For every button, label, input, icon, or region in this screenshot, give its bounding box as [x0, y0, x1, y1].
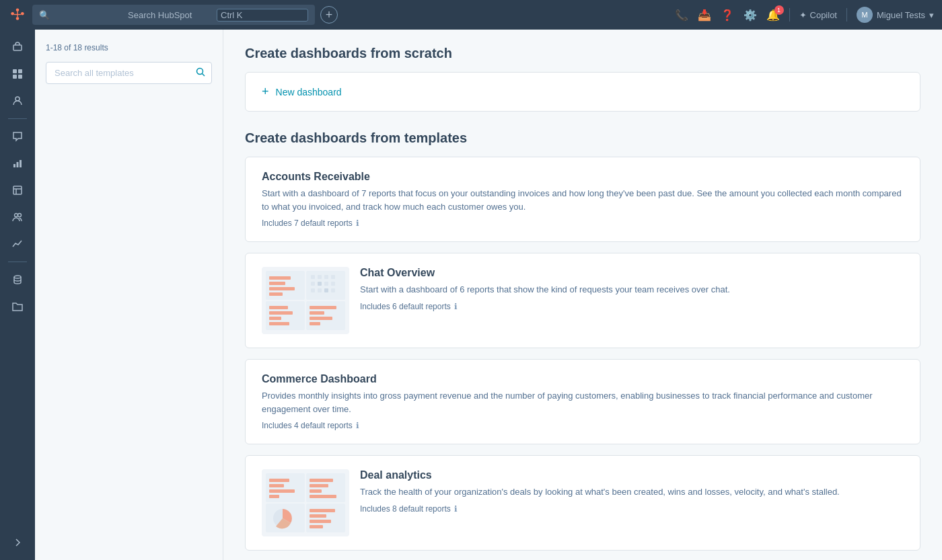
copilot-label: Copilot	[810, 10, 837, 20]
svg-point-17	[18, 214, 22, 217]
card-body: Chat Overview Start with a dashboard of …	[360, 267, 904, 311]
svg-rect-30	[318, 282, 322, 286]
thumb-cell-2	[306, 271, 345, 300]
template-card-accounts-receivable[interactable]: Accounts Receivable Start with a dashboa…	[245, 157, 920, 242]
phone-icon[interactable]: 📞	[675, 9, 688, 22]
card-title: Accounts Receivable	[262, 171, 904, 183]
svg-rect-52	[310, 495, 336, 498]
thumb-cell-1	[266, 271, 305, 300]
info-icon[interactable]: ℹ	[454, 302, 458, 311]
help-icon[interactable]: ❓	[721, 9, 734, 22]
info-icon[interactable]: ℹ	[356, 421, 359, 430]
hubspot-logo[interactable]	[8, 5, 27, 24]
sidebar-item-notifications[interactable]	[5, 35, 30, 59]
main-layout: 1-18 of 18 results Create dashboards fro…	[0, 30, 942, 560]
thumb-cell-3	[266, 301, 305, 330]
card-desc: Start with a dashboard of 7 reports that…	[262, 187, 904, 213]
svg-rect-25	[311, 275, 315, 279]
svg-rect-56	[310, 520, 331, 523]
sidebar-bottom	[5, 530, 30, 555]
svg-rect-39	[269, 317, 281, 320]
top-navigation: 🔍 Search HubSpot Ctrl K + 📞 📥 ❓ ⚙️ 🔔 1 ✦…	[0, 0, 942, 30]
svg-rect-10	[18, 75, 22, 79]
svg-rect-31	[324, 282, 328, 286]
search-icon: 🔍	[39, 10, 122, 20]
svg-rect-15	[13, 186, 22, 194]
svg-rect-44	[310, 322, 320, 325]
thumb-cell-4	[306, 504, 345, 532]
svg-point-2	[11, 12, 14, 15]
sidebar-divider-2	[8, 262, 27, 262]
svg-rect-21	[269, 276, 291, 280]
user-menu[interactable]: M Miguel Tests ▾	[857, 7, 934, 23]
settings-icon[interactable]: ⚙️	[744, 9, 757, 22]
sidebar-item-library[interactable]	[5, 178, 30, 202]
thumb-cell-4	[306, 301, 345, 330]
info-icon[interactable]: ℹ	[454, 504, 458, 514]
svg-point-18	[14, 276, 21, 278]
svg-rect-47	[269, 489, 295, 493]
svg-rect-14	[20, 160, 22, 167]
new-dashboard-card[interactable]: + New dashboard	[245, 72, 920, 112]
add-tab-button[interactable]: +	[320, 6, 338, 24]
svg-rect-41	[310, 306, 336, 309]
sidebar-item-people[interactable]	[5, 205, 30, 229]
svg-point-16	[15, 214, 18, 217]
sidebar-item-analytics[interactable]	[5, 232, 30, 256]
copilot-button[interactable]: ✦ Copilot	[799, 10, 837, 20]
template-card-deal-analytics[interactable]: Deal analytics Track the health of your …	[245, 455, 920, 551]
sidebar-item-database[interactable]	[5, 268, 30, 292]
svg-rect-26	[318, 275, 322, 279]
svg-rect-8	[18, 69, 22, 73]
svg-rect-29	[311, 282, 315, 286]
svg-point-3	[16, 17, 20, 20]
template-card-chat-overview[interactable]: Chat Overview Start with a dashboard of …	[245, 253, 920, 348]
svg-rect-49	[310, 479, 333, 482]
template-search-input[interactable]	[46, 62, 212, 84]
svg-rect-6	[13, 45, 22, 50]
card-desc: Track the health of your organization's …	[360, 485, 904, 499]
inbox-icon[interactable]: 📥	[698, 9, 711, 22]
svg-rect-35	[324, 288, 328, 292]
nav-divider-2	[846, 8, 847, 22]
avatar: M	[857, 7, 873, 23]
template-search-wrap	[46, 62, 212, 84]
notifications-icon[interactable]: 🔔 1	[766, 9, 780, 22]
card-title: Commerce Dashboard	[262, 373, 904, 385]
svg-rect-40	[269, 322, 289, 325]
sidebar-item-reports[interactable]	[5, 151, 30, 175]
user-name: Miguel Tests	[877, 10, 925, 20]
sidebar-divider-1	[8, 118, 27, 119]
global-search-bar[interactable]: 🔍 Search HubSpot Ctrl K	[32, 5, 315, 25]
svg-rect-37	[269, 306, 288, 309]
svg-rect-9	[13, 75, 17, 79]
svg-rect-48	[269, 495, 279, 498]
info-icon[interactable]: ℹ	[356, 218, 359, 228]
svg-rect-46	[269, 484, 284, 487]
card-meta: Includes 7 default reports ℹ	[262, 218, 904, 228]
card-meta: Includes 6 default reports ℹ	[360, 302, 904, 311]
sidebar-item-contacts[interactable]	[5, 89, 30, 113]
content-wrapper: 1-18 of 18 results Create dashboards fro…	[35, 30, 942, 560]
main-content: Create dashboards from scratch + New das…	[223, 30, 942, 560]
sidebar-expand-button[interactable]	[5, 530, 30, 555]
left-filter-panel: 1-18 of 18 results	[35, 30, 223, 560]
thumb-cell-3	[266, 504, 305, 532]
sidebar-item-conversations[interactable]	[5, 124, 30, 149]
thumb-cell-2	[306, 473, 345, 502]
sidebar-item-dashboard[interactable]	[5, 62, 30, 86]
svg-rect-7	[13, 69, 17, 73]
reports-label: Includes 4 default reports	[262, 421, 353, 430]
template-card-commerce-dashboard[interactable]: Commerce Dashboard Provides monthly insi…	[245, 359, 920, 444]
template-search-button[interactable]	[196, 67, 205, 79]
card-meta: Includes 4 default reports ℹ	[262, 421, 904, 430]
templates-section-title: Create dashboards from templates	[245, 130, 920, 146]
svg-rect-54	[310, 509, 335, 512]
svg-rect-45	[269, 479, 289, 482]
svg-rect-34	[318, 288, 322, 292]
reports-label: Includes 6 default reports	[360, 302, 451, 311]
card-title: Deal analytics	[360, 469, 904, 481]
sidebar-item-folder[interactable]	[5, 294, 30, 319]
notification-badge: 1	[774, 5, 784, 15]
svg-rect-50	[310, 484, 328, 487]
